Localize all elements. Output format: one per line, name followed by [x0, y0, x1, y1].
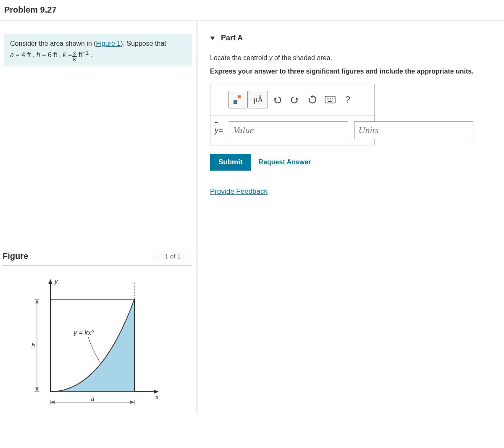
- k-frac-num: 3: [72, 51, 76, 57]
- figure-body: y x h: [0, 266, 197, 414]
- figure-nav: ‹ 1 of 1 ›: [153, 251, 192, 261]
- statement-suffix: ). Suppose that: [121, 40, 166, 47]
- prompt-line-2: Express your answer to three significant…: [210, 68, 500, 75]
- figure-next-button[interactable]: ›: [183, 251, 192, 261]
- svg-marker-16: [130, 401, 134, 404]
- a-dim-label: a: [91, 395, 94, 402]
- left-column: Consider the area shown in (Figure 1). S…: [0, 21, 197, 414]
- svg-point-26: [330, 98, 331, 99]
- svg-point-24: [327, 98, 328, 99]
- units-tool-button[interactable]: μÅ: [249, 91, 268, 108]
- equals-sign: =: [218, 126, 223, 135]
- keyboard-button[interactable]: [322, 91, 339, 108]
- templates-tool-button[interactable]: [228, 91, 248, 108]
- var-k-label: k: [63, 51, 66, 58]
- svg-point-29: [328, 100, 329, 100]
- answer-toolbar: μÅ ?: [210, 84, 374, 116]
- y-axis-label: y: [54, 277, 58, 285]
- svg-marker-15: [50, 401, 55, 404]
- k-exp: −1: [82, 50, 89, 56]
- reset-icon: [308, 95, 317, 104]
- prompt1-post: of the shaded area.: [273, 54, 332, 61]
- figure-svg: y x h: [29, 274, 164, 404]
- figure-title: Figure: [3, 251, 28, 261]
- svg-rect-17: [234, 100, 237, 104]
- right-column: Part A Locate the centroid y of the shad…: [197, 21, 504, 414]
- curve-eq: y = kx²: [73, 329, 94, 336]
- caret-down-icon: [210, 37, 215, 40]
- svg-point-28: [327, 100, 328, 100]
- var-h-label: h: [37, 51, 40, 58]
- var-k-equals: =: [68, 51, 72, 58]
- var-a-value: = 4 ft: [16, 51, 31, 58]
- svg-point-27: [332, 98, 333, 99]
- period: .: [89, 51, 92, 58]
- part-header[interactable]: Part A: [210, 34, 500, 42]
- answer-box: μÅ ?: [210, 84, 375, 145]
- svg-marker-22: [310, 95, 312, 98]
- ybar-symbol: y: [269, 54, 273, 62]
- svg-marker-11: [35, 387, 39, 392]
- problem-title: Problem 9.27: [0, 0, 504, 21]
- prompt1-pre: Locate the centroid: [210, 54, 269, 61]
- part-title: Part A: [221, 34, 243, 42]
- svg-marker-2: [48, 279, 52, 284]
- request-answer-link[interactable]: Request Answer: [259, 158, 311, 166]
- provide-feedback-link[interactable]: Provide Feedback: [210, 187, 268, 195]
- k-fraction: 38: [72, 51, 76, 62]
- svg-rect-32: [328, 101, 332, 102]
- undo-button[interactable]: [269, 91, 286, 108]
- statement-prefix: Consider the area shown in (: [10, 40, 96, 47]
- svg-rect-18: [238, 95, 241, 98]
- templates-icon: [233, 95, 244, 105]
- submit-button[interactable]: Submit: [210, 154, 251, 171]
- svg-point-31: [332, 100, 333, 100]
- undo-icon: [273, 95, 282, 104]
- problem-statement: Consider the area shown in (Figure 1). S…: [4, 34, 192, 66]
- units-input[interactable]: [354, 121, 473, 139]
- redo-button[interactable]: [286, 91, 303, 108]
- keyboard-icon: [325, 96, 336, 103]
- prompt-line-1: Locate the centroid y of the shaded area…: [210, 54, 500, 62]
- reset-button[interactable]: [304, 91, 321, 108]
- k-unit: ft: [79, 51, 82, 58]
- h-dim-label: h: [32, 342, 35, 349]
- ybar-label-symbol: y: [215, 126, 218, 135]
- help-button[interactable]: ?: [339, 91, 356, 108]
- var-a-label: a: [10, 51, 14, 58]
- figure-link[interactable]: Figure 1: [96, 40, 121, 47]
- figure-prev-button[interactable]: ‹: [153, 251, 162, 261]
- var-h-value: = 6 ft: [42, 51, 57, 58]
- k-frac-den: 8: [72, 57, 76, 62]
- answer-variable-label: y =: [215, 121, 223, 139]
- figure-nav-label: 1 of 1: [165, 253, 181, 260]
- x-axis-label: x: [155, 393, 159, 401]
- svg-point-25: [328, 98, 329, 99]
- redo-icon: [290, 95, 299, 104]
- svg-marker-10: [35, 299, 39, 303]
- value-input[interactable]: [229, 121, 348, 139]
- svg-point-30: [330, 100, 331, 100]
